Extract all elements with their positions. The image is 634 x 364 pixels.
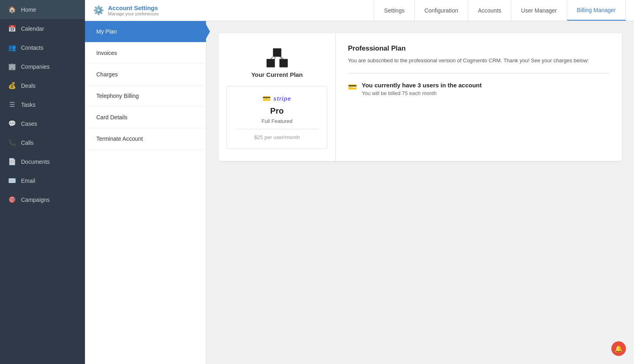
plan-billing-text: You currently have 3 users in the accoun… [362, 82, 481, 96]
page-content: Your Current Plan 💳 stripe Pro Full Feat… [206, 21, 634, 364]
plan-box-divider [235, 129, 319, 129]
stripe-label: stripe [273, 95, 291, 102]
sidebar-label-documents: Documents [21, 159, 50, 165]
tab-billing-manager[interactable]: Billing Manager [567, 0, 626, 21]
svg-rect-2 [273, 49, 281, 57]
subsidebar-label-invoices: Invoices [96, 50, 117, 56]
sidebar-label-tasks: Tasks [21, 102, 36, 108]
subsidebar-label-telephony-billing: Telephony Billing [96, 93, 139, 99]
plan-card-left: Your Current Plan 💳 stripe Pro Full Feat… [218, 33, 336, 161]
bell-icon: 🔔 [615, 345, 623, 353]
plan-current-label: Your Current Plan [251, 71, 303, 78]
settings-gear-icon: ⚙️ [93, 5, 104, 16]
billing-sub-text: You will be billed 75 each month [362, 90, 481, 96]
subsidebar-label-terminate-account: Terminate Account [96, 135, 143, 142]
companies-icon: 🏢 [8, 63, 16, 70]
subsidebar-item-invoices[interactable]: Invoices [85, 42, 206, 64]
tab-configuration-label: Configuration [424, 7, 458, 14]
subsidebar-label-charges: Charges [96, 71, 118, 78]
sidebar-label-companies: Companies [21, 63, 50, 70]
sidebar-item-contacts[interactable]: 👥 Contacts [0, 38, 85, 57]
topnav-subtitle: Manage your preferences [108, 11, 159, 16]
sidebar-item-deals[interactable]: 💰 Deals [0, 76, 85, 95]
tab-user-manager-label: User Manager [521, 7, 557, 14]
plan-feature: Full Featured [261, 118, 293, 124]
billing-main-text: You currently have 3 users in the accoun… [362, 82, 481, 89]
main-area: ⚙️ Account Settings Manage your preferen… [85, 0, 634, 364]
sidebar-item-calls[interactable]: 📞 Calls [0, 133, 85, 152]
plan-info-description: You are subscribed to the professional v… [348, 57, 610, 65]
plan-container: Your Current Plan 💳 stripe Pro Full Feat… [218, 33, 622, 161]
deals-icon: 💰 [8, 82, 16, 89]
tab-accounts-label: Accounts [478, 7, 501, 14]
plan-boxes-icon [265, 45, 289, 71]
sidebar-label-campaigns: Campaigns [21, 197, 50, 203]
subsidebar-item-telephony-billing[interactable]: Telephony Billing [85, 85, 206, 107]
subsidebar-item-card-details[interactable]: Card Details [85, 107, 206, 128]
svg-line-3 [271, 57, 273, 59]
cases-icon: 💬 [8, 120, 16, 127]
sidebar-label-deals: Deals [21, 83, 36, 89]
notification-bell[interactable]: 🔔 [611, 341, 626, 356]
calls-icon: 📞 [8, 139, 16, 146]
topnav: ⚙️ Account Settings Manage your preferen… [85, 0, 634, 21]
sidebar-label-calendar: Calendar [21, 25, 44, 32]
sidebar-item-documents[interactable]: 📄 Documents [0, 152, 85, 171]
plan-name: Pro [270, 106, 284, 116]
sub-sidebar: My Plan Invoices Charges Telephony Billi… [85, 21, 206, 364]
svg-rect-0 [266, 59, 275, 68]
sidebar-label-calls: Calls [21, 140, 34, 146]
tab-billing-manager-label: Billing Manager [577, 7, 616, 13]
plan-box: 💳 stripe Pro Full Featured $25 per user/… [227, 86, 327, 149]
credit-card-icon: 💳 [263, 95, 271, 102]
plan-price: $25 per user/month [254, 134, 300, 140]
tab-configuration[interactable]: Configuration [415, 0, 468, 21]
sidebar-label-cases: Cases [21, 121, 37, 127]
tab-settings[interactable]: Settings [374, 0, 415, 21]
subsidebar-item-charges[interactable]: Charges [85, 64, 206, 85]
plan-billing-info: 💳 You currently have 3 users in the acco… [348, 82, 610, 96]
calendar-icon: 📅 [8, 25, 16, 32]
home-icon: 🏠 [8, 6, 16, 13]
topnav-links: Settings Configuration Accounts User Man… [374, 0, 626, 21]
tab-user-manager[interactable]: User Manager [511, 0, 567, 21]
campaigns-icon: 🎯 [8, 196, 16, 203]
plan-logo-row: 💳 stripe [263, 95, 291, 102]
email-icon: ✉️ [8, 177, 16, 184]
topnav-brand-text: Account Settings Manage your preferences [108, 4, 159, 16]
tab-accounts[interactable]: Accounts [468, 0, 511, 21]
plan-card-right: Professional Plan You are subscribed to … [336, 33, 622, 161]
sidebar-label-contacts: Contacts [21, 44, 43, 51]
svg-rect-1 [279, 59, 288, 68]
sidebar-item-cases[interactable]: 💬 Cases [0, 114, 85, 133]
contacts-icon: 👥 [8, 44, 16, 51]
plan-info-divider [348, 73, 610, 74]
sidebar-item-calendar[interactable]: 📅 Calendar [0, 19, 85, 38]
sidebar-item-email[interactable]: ✉️ Email [0, 171, 85, 190]
subsidebar-label-card-details: Card Details [96, 114, 127, 121]
subsidebar-label-my-plan: My Plan [96, 28, 117, 35]
main-sidebar: 🏠 Home 📅 Calendar 👥 Contacts 🏢 Companies… [0, 0, 85, 364]
tab-settings-label: Settings [384, 7, 405, 14]
sidebar-label-home: Home [21, 6, 36, 13]
plan-info-title: Professional Plan [348, 44, 610, 53]
subsidebar-item-terminate-account[interactable]: Terminate Account [85, 128, 206, 150]
documents-icon: 📄 [8, 158, 16, 165]
sidebar-label-email: Email [21, 178, 35, 184]
billing-card-icon: 💳 [348, 83, 357, 91]
topnav-brand: ⚙️ Account Settings Manage your preferen… [93, 4, 159, 16]
tasks-icon: ☰ [8, 101, 16, 108]
topnav-title: Account Settings [108, 4, 159, 11]
sidebar-item-campaigns[interactable]: 🎯 Campaigns [0, 190, 85, 209]
sidebar-item-home[interactable]: 🏠 Home [0, 0, 85, 19]
sidebar-item-companies[interactable]: 🏢 Companies [0, 57, 85, 76]
subsidebar-item-my-plan[interactable]: My Plan [85, 21, 206, 42]
sidebar-item-tasks[interactable]: ☰ Tasks [0, 95, 85, 114]
content-area: My Plan Invoices Charges Telephony Billi… [85, 21, 634, 364]
